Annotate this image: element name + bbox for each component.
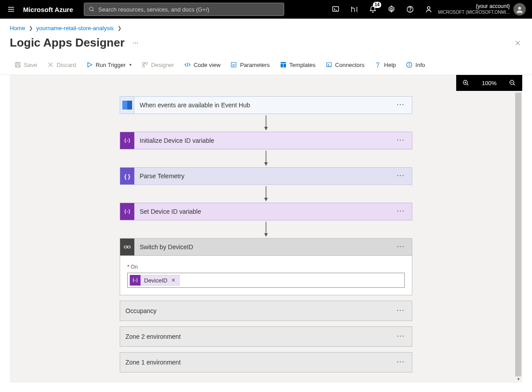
device-id-chip[interactable]: x DeviceID ✕ xyxy=(129,275,180,286)
svg-rect-21 xyxy=(145,63,147,64)
feedback-button[interactable] xyxy=(419,0,438,19)
svg-rect-15 xyxy=(16,63,19,64)
switch-card-body: *On x DeviceID ✕ xyxy=(120,256,412,295)
svg-point-11 xyxy=(518,7,521,10)
parameters-button[interactable]: @ Parameters xyxy=(226,59,274,70)
scroll-down-arrow[interactable]: ▾ xyxy=(515,376,521,382)
case-zone1-card[interactable]: Zone 1 environment ⋯ xyxy=(120,352,412,372)
flow-arrow xyxy=(120,149,412,167)
info-button[interactable]: Info xyxy=(401,59,430,70)
save-icon xyxy=(14,61,21,68)
card-title: Occupancy xyxy=(120,307,389,314)
on-field-label: *On xyxy=(127,264,405,270)
designer-icon xyxy=(141,61,149,68)
svg-rect-54 xyxy=(124,246,127,248)
svg-line-38 xyxy=(467,84,468,85)
switch-card-header[interactable]: Switch by DeviceID ⋯ xyxy=(120,239,412,256)
close-blade-button[interactable] xyxy=(513,39,522,47)
notifications-button[interactable]: 14 xyxy=(364,0,382,19)
svg-marker-50 xyxy=(264,198,268,201)
play-icon xyxy=(86,61,93,68)
avatar[interactable] xyxy=(513,3,526,16)
svg-rect-16 xyxy=(16,65,20,67)
card-menu-button[interactable]: ⋯ xyxy=(389,102,412,108)
svg-point-9 xyxy=(410,11,411,11)
connectors-icon xyxy=(325,61,332,68)
directory-switch-button[interactable] xyxy=(345,0,364,19)
svg-rect-55 xyxy=(128,246,130,248)
canvas-scrollbar[interactable] xyxy=(515,93,521,381)
menu-toggle-button[interactable] xyxy=(2,0,20,19)
data-operations-icon: { } xyxy=(120,168,134,184)
designer-canvas[interactable]: When events are available in Event Hub ⋯… xyxy=(10,75,522,383)
help-toolbar-button[interactable]: Help xyxy=(370,59,400,70)
chevron-down-icon: ▾ xyxy=(129,63,132,67)
help-icon xyxy=(374,61,381,68)
templates-icon xyxy=(280,61,287,68)
card-menu-button[interactable]: ⋯ xyxy=(389,244,412,250)
help-button[interactable] xyxy=(401,0,419,19)
svg-point-3 xyxy=(90,7,93,11)
brand-label: Microsoft Azure xyxy=(23,6,73,13)
card-menu-button[interactable]: ⋯ xyxy=(389,137,412,144)
flow-arrow xyxy=(120,185,412,203)
on-field-input[interactable]: x DeviceID ✕ xyxy=(127,273,405,288)
card-menu-button[interactable]: ⋯ xyxy=(389,208,412,215)
designer-button[interactable]: Designer xyxy=(137,59,179,70)
switch-icon xyxy=(120,239,134,255)
topbar-icons: 14 {your account} MICROSOFT (MICROSOFT.O… xyxy=(326,0,530,19)
azure-topbar: Microsoft Azure Search resources, servic… xyxy=(0,0,532,19)
breadcrumb: Home ❯ yourname-retail-store-analysis ❯ xyxy=(0,19,532,34)
breadcrumb-resource[interactable]: yourname-retail-store-analysis xyxy=(36,25,114,31)
account-block[interactable]: {your account} MICROSOFT (MICROSOFT.ONMI… xyxy=(438,4,513,15)
code-view-button[interactable]: Code view xyxy=(180,59,225,70)
designer-canvas-wrap: 100% When events are available in Event … xyxy=(10,75,522,383)
connectors-button[interactable]: Connectors xyxy=(321,59,369,70)
title-more-button[interactable]: ⋯ xyxy=(133,39,138,46)
discard-button[interactable]: Discard xyxy=(43,59,81,70)
account-org: MICROSOFT (MICROSOFT.ONMI... xyxy=(438,9,510,15)
global-search-input[interactable]: Search resources, services, and docs (G+… xyxy=(84,3,284,16)
card-menu-button[interactable]: ⋯ xyxy=(389,333,412,340)
page-title: Logic Apps Designer xyxy=(10,36,125,50)
scrollbar-thumb[interactable] xyxy=(515,93,521,376)
discard-icon xyxy=(47,61,54,68)
zoom-in-button[interactable] xyxy=(456,75,476,91)
set-variable-card[interactable]: x Set Device ID variable ⋯ xyxy=(120,203,412,220)
zoom-out-button[interactable] xyxy=(503,75,522,91)
templates-button[interactable]: Templates xyxy=(275,59,320,70)
svg-rect-29 xyxy=(281,64,283,67)
cloud-shell-button[interactable] xyxy=(326,0,345,19)
trigger-card[interactable]: When events are available in Event Hub ⋯ xyxy=(120,96,412,114)
notification-badge: 14 xyxy=(373,2,381,8)
svg-text:@: @ xyxy=(232,63,235,67)
settings-button[interactable] xyxy=(382,0,401,19)
svg-point-7 xyxy=(391,8,393,11)
svg-text:x: x xyxy=(134,279,136,282)
save-button[interactable]: Save xyxy=(10,59,42,70)
svg-marker-45 xyxy=(264,127,268,130)
svg-rect-30 xyxy=(283,64,286,67)
card-title: Zone 2 environment xyxy=(120,333,389,340)
case-zone2-card[interactable]: Zone 2 environment ⋯ xyxy=(120,326,412,347)
initialize-variable-card[interactable]: x Initialize Device ID variable ⋯ xyxy=(120,132,412,149)
card-menu-button[interactable]: ⋯ xyxy=(389,359,412,365)
search-placeholder: Search resources, services, and docs (G+… xyxy=(98,6,209,13)
case-occupancy-card[interactable]: Occupancy ⋯ xyxy=(120,301,412,321)
card-menu-button[interactable]: ⋯ xyxy=(389,173,412,179)
switch-card[interactable]: Switch by DeviceID ⋯ *On x DeviceID ✕ xyxy=(120,238,412,295)
workflow: When events are available in Event Hub ⋯… xyxy=(120,96,412,372)
card-title: Initialize Device ID variable xyxy=(134,137,389,144)
card-menu-button[interactable]: ⋯ xyxy=(389,308,412,314)
variable-icon: x xyxy=(120,132,134,149)
svg-rect-20 xyxy=(142,63,144,64)
variable-icon: x xyxy=(120,203,134,220)
parse-telemetry-card[interactable]: { } Parse Telemetry ⋯ xyxy=(120,167,412,185)
svg-rect-28 xyxy=(281,62,286,63)
svg-rect-31 xyxy=(326,63,331,67)
run-trigger-button[interactable]: Run Trigger ▾ xyxy=(82,59,136,70)
breadcrumb-home[interactable]: Home xyxy=(10,25,25,31)
chip-remove-button[interactable]: ✕ xyxy=(171,277,176,283)
designer-toolbar: Save Discard Run Trigger ▾ Designer Code… xyxy=(0,57,532,75)
title-row: Logic Apps Designer ⋯ xyxy=(0,34,532,57)
